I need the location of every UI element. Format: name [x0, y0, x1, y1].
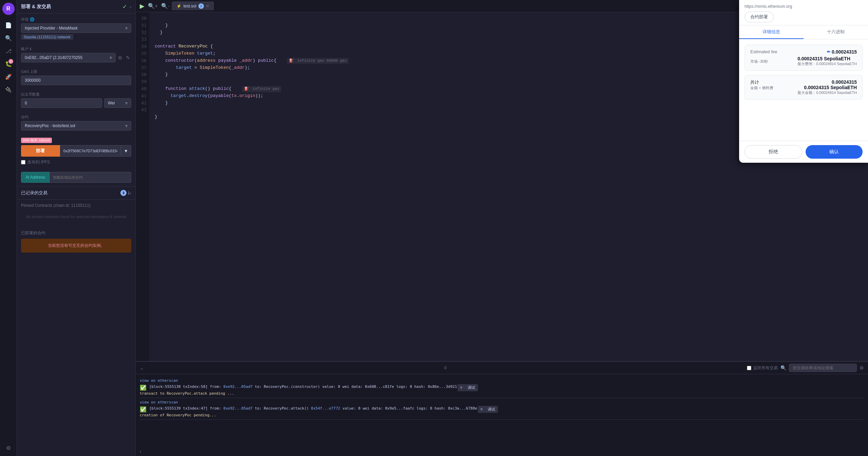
etherscan-link-1[interactable]: view on etherscan [140, 378, 864, 383]
log-content-2: [block:5555139 txIndex:47] from: 0xe92..… [149, 406, 477, 411]
account-select-wrapper: 0xE92...05aD7 (2.31407270255 ▼ [21, 53, 116, 62]
env-select[interactable]: Injected Provider - MetaMask [21, 23, 131, 33]
run-button[interactable]: ▶ [138, 1, 146, 11]
reject-button[interactable]: 拒绝 [745, 145, 802, 159]
value-input[interactable] [21, 98, 102, 108]
metamask-tab-hex[interactable]: 十六进制 [804, 25, 868, 39]
ipfs-label: 发布到 IPFS [27, 159, 50, 165]
fee-eth-value: 0.00024315 SepoliaETH 最大费用：0.00024814 Se… [797, 56, 857, 66]
metamask-header: https://remix.ethereum.org 合约部署 [739, 0, 868, 25]
editor-tab-test[interactable]: ⚡ test.sol 2 ✕ [172, 2, 214, 10]
tab-name: test.sol [184, 4, 196, 8]
console-search-icon-button[interactable]: 🔍 [780, 365, 786, 371]
console-log: view on etherscan ✅ 调试 ▼ [block:5555138 … [136, 374, 868, 447]
line-35: 35 [136, 50, 149, 57]
fee-market-label: 市场 -30秒 [750, 59, 768, 64]
tab-count-badge: 2 [198, 3, 204, 9]
console-count: 0 [147, 365, 744, 370]
ipfs-checkbox[interactable] [21, 160, 25, 164]
total-amount-section: 0.00024315 0.00024315 SepoliaETH 最大金额：0.… [797, 79, 857, 95]
env-info-icon[interactable]: 🌐 [30, 17, 35, 22]
console-collapse-icon[interactable]: ⌄ [140, 365, 144, 371]
ipfs-checkbox-row: 发布到 IPFS [21, 159, 131, 165]
success-icon-1: ✅ [140, 384, 147, 391]
evm-badge: evm 版本: cancun [21, 138, 52, 143]
arrow-icon[interactable]: › [130, 4, 131, 9]
console-expand[interactable]: › [136, 447, 868, 456]
contract-label: 合约 [21, 115, 131, 120]
log-entry-2: view on etherscan ✅ 调试 ▼ [block:5555139 … [140, 398, 864, 420]
log-pending-2: creation of RecoveryPoc pending... [140, 413, 864, 417]
listen-checkbox[interactable] [747, 366, 751, 370]
sidebar-icon-search[interactable]: 🔍 [3, 33, 14, 43]
sidebar-icon-settings[interactable]: ⚙ [3, 442, 14, 453]
debug-button-2[interactable]: 调试 [485, 406, 498, 413]
console-settings-icon[interactable]: ⚙ [860, 365, 864, 371]
sidebar-icon-debug[interactable]: 🐛 2 [3, 58, 14, 69]
panel-title: 部署 & 发交易 [21, 4, 120, 10]
metamask-deploy-button[interactable]: 合约部署 [745, 12, 774, 22]
line-30: 30 [136, 15, 149, 22]
value-label: 以太币数量 [21, 92, 131, 97]
total-max: 最大金额：0.00024814 SepoliaETH [797, 90, 857, 95]
gas-input[interactable] [21, 76, 131, 85]
gas-section: GAS 上限 [17, 66, 135, 88]
log-success-1: ✅ 调试 ▼ [block:5555138 txIndex:58] from: … [140, 384, 864, 391]
sidebar-icon-deploy[interactable]: 🚀 [3, 71, 14, 82]
pinned-empty-message: No pinned contracts found for selected w… [21, 211, 131, 223]
env-select-wrapper: Injected Provider - MetaMask ▼ [21, 23, 131, 33]
debug-button-1[interactable]: 调试 [465, 384, 478, 391]
line-39: 39 [136, 78, 149, 85]
sidebar-icon-files[interactable]: 📄 [3, 20, 14, 31]
fee-row: Estimated fee ✏ 0.00024315 [750, 49, 857, 55]
value-section: 以太币数量 Wei Gwei Ether ▼ [17, 88, 135, 111]
deploy-address-input[interactable] [60, 145, 121, 157]
edit-account-button[interactable]: ✎ [124, 54, 131, 61]
zoom-out-button[interactable]: 🔍- [160, 1, 171, 11]
line-36: 36 [136, 57, 149, 64]
deploy-dropdown-button[interactable]: ▼ [121, 145, 131, 157]
sidebar-icon-plugin[interactable]: 🔌 [3, 84, 14, 95]
app-logo: R [2, 3, 15, 15]
zoom-in-button[interactable]: 🔍+ [147, 1, 159, 11]
debug-dropdown-1[interactable]: ▼ [458, 384, 465, 391]
gas-label: GAS 上限 [21, 69, 131, 74]
env-label: 环境 🌐 [21, 17, 131, 22]
log-entry-1: view on etherscan ✅ 调试 ▼ [block:5555138 … [140, 376, 864, 398]
line-41: 41 [136, 93, 149, 100]
at-address-input[interactable] [50, 172, 131, 183]
success-icon-2: ✅ [140, 406, 147, 413]
total-value: 0.00024315 [797, 79, 857, 85]
line-33: 33 [136, 36, 149, 43]
pinned-title: Pinned Contracts (chain id: 11155111) [21, 203, 131, 208]
line-numbers: 30 31 32 33 34 35 36 37 38 39 40 41 42 4… [136, 12, 149, 361]
metamask-tab-detail[interactable]: 详细信息 [739, 25, 804, 39]
deployed-section: 已部署的合约 当前您没有可交互的合约实例。 [17, 227, 135, 256]
line-43: 43 [136, 106, 149, 114]
tab-icon: ⚡ [176, 4, 181, 8]
etherscan-link-2[interactable]: view on etherscan [140, 400, 864, 404]
copy-account-button[interactable]: ⧉ [117, 54, 123, 61]
debug-dropdown-2[interactable]: ▼ [478, 406, 485, 413]
confirm-button[interactable]: 确认 [806, 145, 863, 159]
debug-badge: 2 [8, 59, 13, 64]
tab-close-button[interactable]: ✕ [206, 4, 209, 8]
at-address-button[interactable]: At Address [21, 172, 50, 183]
line-37: 37 [136, 64, 149, 72]
transactions-header[interactable]: 已记录的交易 8 ℹ › [17, 186, 135, 200]
line-40: 40 [136, 85, 149, 93]
contract-select[interactable]: RecoveryPoc - tests/test.sol [21, 121, 131, 131]
fee-label: Estimated fee [750, 49, 777, 54]
unit-select[interactable]: Wei Gwei Ether [104, 98, 131, 108]
account-info-icon[interactable]: ℹ [30, 47, 31, 51]
account-select[interactable]: 0xE92...05aD7 (2.31407270255 [21, 53, 116, 62]
deploy-button[interactable]: 部署 [21, 145, 60, 157]
account-section: 账户 ℹ 0xE92...05aD7 (2.31407270255 ▼ ⧉ ✎ [17, 43, 135, 66]
console-search-input[interactable] [789, 364, 857, 372]
tx-count-badge: 8 [120, 190, 127, 196]
metamask-url: https://remix.ethereum.org [745, 4, 863, 9]
fee-edit-icon[interactable]: ✏ [827, 49, 830, 54]
sidebar-icon-git[interactable]: ⎇ [3, 45, 14, 56]
settings-icon: ⚙ [6, 445, 11, 451]
log-success-2: ✅ 调试 ▼ [block:5555139 txIndex:47] from: … [140, 406, 864, 413]
